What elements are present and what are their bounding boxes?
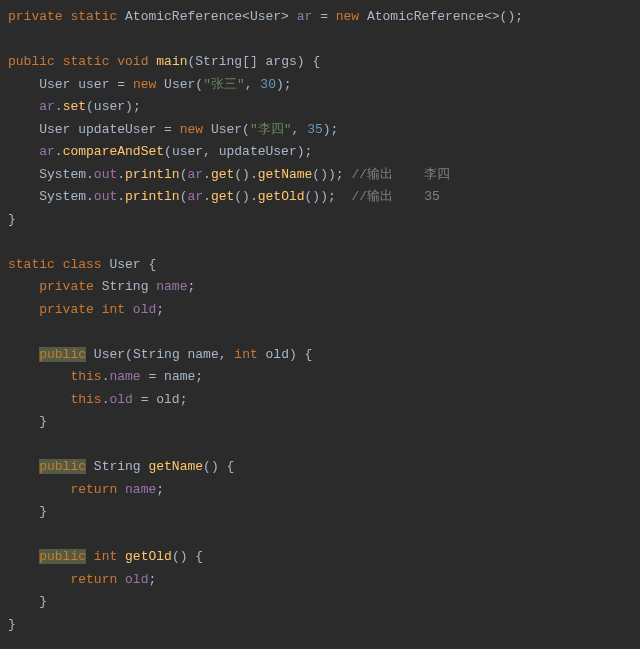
code-line: public User(String name, int old) { [8, 347, 312, 362]
highlighted-keyword: public [39, 549, 86, 564]
code-line: return name; [8, 482, 164, 497]
code-line: User user = new User("张三", 30); [8, 77, 292, 92]
code-line: ar.set(user); [8, 99, 141, 114]
code-line: ar.compareAndSet(user, updateUser); [8, 144, 312, 159]
code-line: } [8, 594, 47, 609]
code-line: } [8, 212, 16, 227]
code-line: public int getOld() { [8, 549, 203, 564]
code-line: private int old; [8, 302, 164, 317]
code-line: } [8, 414, 47, 429]
code-line: System.out.println(ar.get().getOld()); /… [8, 189, 440, 204]
code-line: private String name; [8, 279, 195, 294]
code-line: this.old = old; [8, 392, 187, 407]
highlighted-keyword: public [39, 459, 86, 474]
code-line: public String getName() { [8, 459, 234, 474]
code-line: return old; [8, 572, 156, 587]
code-line: } [8, 617, 16, 632]
code-editor[interactable]: private static AtomicReference<User> ar … [0, 0, 640, 636]
code-line: static class User { [8, 257, 156, 272]
code-line: private static AtomicReference<User> ar … [8, 9, 523, 24]
code-line: User updateUser = new User("李四", 35); [8, 122, 338, 137]
code-line: this.name = name; [8, 369, 203, 384]
code-line: public static void main(String[] args) { [8, 54, 320, 69]
code-line: } [8, 504, 47, 519]
code-line: System.out.println(ar.get().getName()); … [8, 167, 450, 182]
highlighted-keyword: public [39, 347, 86, 362]
